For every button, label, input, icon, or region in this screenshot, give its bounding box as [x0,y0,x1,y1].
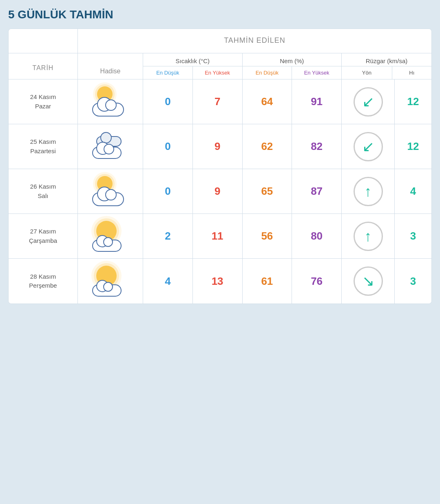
header-top-row: TAHMİN EDİLEN [9,29,431,53]
cell-nem-yuksek: 87 [292,169,342,213]
cell-nem-yuksek: 76 [292,259,342,304]
ruzgar-group: Rüzgar (km/sa) Yön Hı [342,53,431,79]
cell-sicaklik-dusuk: 0 [143,169,193,213]
sicaklik-group: Sıcaklık (°C) En Düşük En Yüksek [143,53,243,79]
cell-nem-yuksek: 91 [292,79,342,124]
yon-header: Yön [342,66,392,79]
cell-wind-yon: ↘ [342,259,395,304]
cell-sicaklik-dusuk: 2 [143,214,193,258]
table-row: 25 KasımPazartesi 0 9 62 82 ↙ 12 [9,124,431,169]
cell-sicaklik-dusuk: 0 [143,79,193,124]
cell-hadise [78,259,143,304]
tarih-label: TARİH [33,64,54,72]
hiz-header: Hı [392,66,431,79]
cell-nem-dusuk: 65 [243,169,292,213]
cell-nem-dusuk: 64 [243,79,292,124]
page-title: 5 GÜNLÜK TAHMİN [8,8,432,21]
cell-wind-hiz: 3 [395,214,431,258]
cell-nem-dusuk: 62 [243,124,292,169]
cell-nem-yuksek: 80 [292,214,342,258]
cell-hadise [78,79,143,124]
sicaklik-en-yuksek-header: En Yüksek [193,66,242,79]
cell-sicaklik-yuksek: 9 [193,169,243,213]
cell-nem-dusuk: 61 [243,259,292,304]
cell-wind-hiz: 12 [395,79,431,124]
cell-wind-hiz: 4 [395,169,431,213]
table-row: 24 KasımPazar 0 7 64 91 ↙ 12 [9,79,431,124]
cell-tarih: 27 KasımÇarşamba [9,214,78,258]
cell-wind-hiz: 12 [395,124,431,169]
cell-wind-yon: ↑ [342,169,395,213]
table-row: 28 KasımPerşembe 4 13 61 76 ↘ 3 [9,259,431,304]
cell-wind-yon: ↙ [342,79,395,124]
cell-hadise [78,124,143,169]
ruzgar-label: Rüzgar (km/sa) [342,53,431,66]
tahmin-edilen-header: TAHMİN EDİLEN [78,29,431,53]
cell-sicaklik-yuksek: 11 [193,214,243,258]
cell-hadise [78,214,143,258]
cell-tarih: 28 KasımPerşembe [9,259,78,304]
nem-label: Nem (%) [243,53,342,66]
cell-tarih: 25 KasımPazartesi [9,124,78,169]
cell-wind-yon: ↑ [342,214,395,258]
hadise-header: Hadise [78,53,143,79]
cell-sicaklik-yuksek: 7 [193,79,243,124]
sicaklik-en-dusuk-header: En Düşük [143,66,193,79]
hadise-label: Hadise [100,68,121,75]
nem-group: Nem (%) En Düşük En Yüksek [243,53,342,79]
table-row: 26 KasımSalı 0 9 65 87 ↑ 4 [9,169,431,214]
cell-wind-yon: ↙ [342,124,395,169]
cell-tarih: 26 KasımSalı [9,169,78,213]
cell-hadise [78,169,143,213]
cell-sicaklik-dusuk: 0 [143,124,193,169]
data-rows-container: 24 KasımPazar 0 7 64 91 ↙ 12 25 K [9,79,431,304]
table-row: 27 KasımÇarşamba 2 11 56 80 ↑ 3 [9,214,431,259]
header-row-2: TARİH Hadise Sıcaklık (°C) En Düşük En Y… [9,53,431,79]
weather-table: TAHMİN EDİLEN TARİH Hadise Sıcaklık (°C)… [8,29,432,304]
cell-sicaklik-dusuk: 4 [143,259,193,304]
cell-tarih: 24 KasımPazar [9,79,78,124]
cell-nem-dusuk: 56 [243,214,292,258]
cell-nem-yuksek: 82 [292,124,342,169]
cell-wind-hiz: 3 [395,259,431,304]
cell-sicaklik-yuksek: 13 [193,259,243,304]
tarih-header-top [9,29,78,53]
sicaklik-label: Sıcaklık (°C) [143,53,242,66]
cell-sicaklik-yuksek: 9 [193,124,243,169]
tarih-hadise-header: TARİH [9,53,78,79]
nem-en-yuksek-header: En Yüksek [292,66,341,79]
nem-en-dusuk-header: En Düşük [243,66,292,79]
